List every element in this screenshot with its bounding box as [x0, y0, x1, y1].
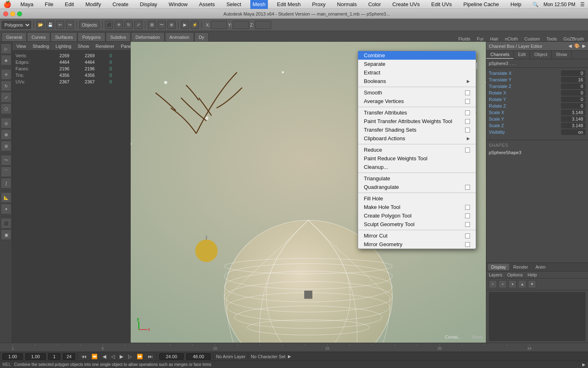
redo-button[interactable]: ↪ — [66, 21, 74, 29]
channel-visibility[interactable]: Visibility on — [489, 129, 586, 135]
play-back-button[interactable]: ◁ — [110, 354, 116, 359]
channel-translate-y[interactable]: Translate Y 16 — [489, 77, 586, 83]
dropdown-item-clipboard-actions[interactable]: Clipboard Actions▶ — [358, 134, 476, 143]
rp-prev-button[interactable]: ◀ — [568, 43, 572, 49]
x-field[interactable] — [211, 21, 227, 29]
dropdown-item-triangulate[interactable]: Triangulate — [358, 174, 476, 183]
snap-point-button[interactable]: ⊕ — [167, 21, 176, 29]
dropdown-item-paint-reduce-weights-tool[interactable]: Paint Reduce Weights Tool — [358, 154, 476, 163]
lighting-menu[interactable]: Lighting — [54, 44, 73, 49]
tab-polygons[interactable]: Polygons — [78, 32, 105, 41]
resolution-gate-button[interactable]: ▣ — [1, 229, 11, 240]
tab-ncloth[interactable]: nCloth — [502, 36, 520, 41]
dropdown-item-mirror-geometry[interactable]: Mirror Geometry — [358, 240, 476, 249]
start-frame-field[interactable]: 1.00 — [2, 353, 23, 360]
channel-scale-y[interactable]: Scale Y 3.148 — [489, 116, 586, 122]
channel-rotate-x[interactable]: Rotate X 0 — [489, 90, 586, 96]
lattice-button[interactable]: ⊞ — [1, 141, 11, 151]
tab-dynamics[interactable]: Dy — [194, 32, 209, 41]
locator-button[interactable]: ✦ — [1, 204, 11, 214]
ep-curve-button[interactable]: ⌒ — [1, 166, 11, 177]
layer-down-button[interactable]: ▼ — [528, 280, 536, 288]
shape-item[interactable]: pSphereShape3 — [489, 149, 586, 156]
dropdown-item-extract[interactable]: Extract — [358, 68, 476, 77]
char-set-arrow[interactable]: ▶ — [288, 354, 291, 359]
menu-window[interactable]: Window — [166, 0, 190, 9]
dropdown-item-booleans[interactable]: Booleans▶ — [358, 77, 476, 85]
menu-create[interactable]: Create — [110, 0, 131, 9]
scale-tool-button[interactable]: ⤢ — [134, 21, 143, 29]
render-region-button[interactable]: ⬛ — [1, 218, 11, 229]
end-frame-field[interactable]: 24.00 — [159, 353, 184, 360]
dropdown-item-transfer-attributes[interactable]: Transfer Attributes — [358, 108, 476, 117]
close-button[interactable] — [3, 11, 8, 16]
display-tab[interactable]: Display — [488, 264, 509, 270]
option-box-paint-transfer-attributes-weights-tool[interactable] — [465, 119, 470, 124]
option-box-transfer-shading-sets[interactable] — [465, 128, 470, 132]
menu-modify[interactable]: Modify — [83, 0, 103, 9]
mode-selector[interactable]: Polygons — [2, 21, 31, 29]
timeline[interactable]: 1 5 10 15 20 24 — [0, 343, 588, 352]
move-tool-button[interactable]: ✛ — [115, 21, 123, 29]
menu-edit-uvs[interactable]: Edit UVs — [429, 0, 454, 9]
window-controls[interactable] — [3, 11, 22, 16]
dropdown-item-cleanup...[interactable]: Cleanup... — [358, 163, 476, 171]
edit-tab[interactable]: Edit — [514, 51, 530, 59]
option-box-quadrangulate[interactable] — [465, 185, 470, 190]
minimize-button[interactable] — [10, 11, 15, 16]
tab-subdivs[interactable]: Subdivs — [106, 32, 131, 41]
undo-button[interactable]: ↩ — [56, 21, 64, 29]
viewport[interactable]: FRONT x y Contai... None CombineSeparate… — [131, 42, 486, 343]
dropdown-item-separate[interactable]: Separate — [358, 60, 476, 68]
select-tool-button[interactable]: ⬛ — [105, 21, 113, 29]
jump-end-button[interactable]: ⏭ — [147, 354, 154, 359]
dropdown-item-combine[interactable]: Combine — [358, 51, 476, 60]
tab-hair[interactable]: Hair — [488, 36, 501, 41]
rotate-tool-lt[interactable]: ↻ — [1, 81, 11, 91]
paint-select-button[interactable]: ◈ — [1, 55, 11, 65]
dropdown-item-mirror-cut[interactable]: Mirror Cut — [358, 231, 476, 240]
option-box-transfer-attributes[interactable] — [465, 110, 470, 115]
renderer-menu[interactable]: Renderer — [94, 44, 116, 49]
channel-translate-z[interactable]: Translate Z 0 — [489, 83, 586, 89]
mesh-menu-dropdown[interactable]: CombineSeparateExtractBooleans▶SmoothAve… — [358, 51, 476, 249]
object-tab[interactable]: Object — [530, 51, 552, 59]
tab-deformation[interactable]: Deformation — [131, 32, 165, 41]
open-scene-button[interactable]: 📂 — [36, 21, 45, 29]
end-frame2-field[interactable]: 48.00 — [186, 353, 211, 360]
y-field[interactable] — [233, 21, 249, 29]
tab-fluids[interactable]: Fluids — [456, 36, 472, 41]
dropdown-item-sculpt-geometry-tool[interactable]: Sculpt Geometry Tool — [358, 220, 476, 229]
tab-tools[interactable]: Tools — [544, 36, 559, 41]
channel-rotate-y[interactable]: Rotate Y 0 — [489, 96, 586, 102]
tab-gozbrush[interactable]: GoZBrush — [561, 36, 586, 41]
option-box-create-polygon-tool[interactable] — [465, 213, 470, 218]
option-box-sculpt-geometry-tool[interactable] — [465, 222, 470, 227]
new-layer-button[interactable]: + — [489, 280, 497, 288]
menu-edit-mesh[interactable]: Edit Mesh — [274, 0, 303, 9]
ipr-render-button[interactable]: ⚡ — [191, 21, 199, 29]
option-box-make-hole-tool[interactable] — [465, 205, 470, 210]
menu-create-uvs[interactable]: Create UVs — [390, 0, 422, 9]
rp-next-button[interactable]: ▶ — [582, 43, 586, 49]
select-mode-button[interactable]: ▷ — [1, 43, 11, 54]
layer-up-button[interactable]: ▲ — [518, 280, 526, 288]
option-box-smooth[interactable] — [465, 90, 470, 95]
current-frame-field[interactable]: 1.00 — [25, 353, 46, 360]
channel-scale-z[interactable]: Scale Z 3.148 — [489, 123, 586, 128]
snap-curve-button[interactable]: 〜 — [158, 21, 166, 29]
tab-surfaces[interactable]: Surfaces — [51, 32, 77, 41]
measure-button[interactable]: 📐 — [1, 192, 11, 203]
delete-layer-button[interactable]: × — [499, 280, 507, 288]
dropdown-item-fill-hole[interactable]: Fill Hole — [358, 194, 476, 203]
universal-manip-button[interactable]: ⬡ — [1, 103, 11, 114]
dropdown-item-average-vertices[interactable]: Average Vertices — [358, 97, 476, 105]
next-frame-button[interactable]: ▷ — [127, 354, 133, 359]
view-menu[interactable]: View — [15, 44, 28, 49]
menu-select[interactable]: Select — [224, 0, 243, 9]
anim-tab[interactable]: Anim — [532, 264, 549, 270]
scroll-right-button[interactable]: ▶ — [582, 362, 586, 367]
sculpt-button[interactable]: ✿ — [1, 129, 11, 140]
objects-label[interactable]: Objects — [79, 21, 100, 29]
dropdown-item-quadrangulate[interactable]: Quadrangulate — [358, 183, 476, 191]
